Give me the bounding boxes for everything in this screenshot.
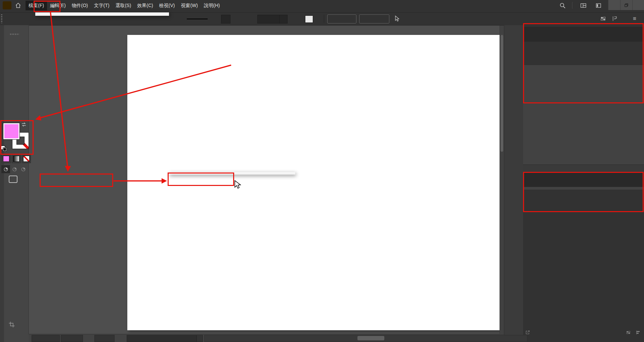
search-icon[interactable] <box>559 2 566 9</box>
stroke-preset-dropdown[interactable] <box>221 15 230 23</box>
list-icon <box>636 330 641 335</box>
artboard-number-dropdown[interactable] <box>94 335 115 342</box>
swap-fill-stroke-icon[interactable] <box>21 121 27 128</box>
scroll-thumb[interactable] <box>501 35 503 152</box>
color-button[interactable] <box>2 154 11 163</box>
home-icon[interactable] <box>15 2 21 8</box>
illustrator-window: 檔案(F) 編輯(E) 物件(O) 文字(T) 選取(S) <box>0 0 644 342</box>
preferences-button[interactable] <box>359 14 389 23</box>
grid-icon <box>626 330 631 335</box>
artboard-navigation <box>115 335 119 341</box>
menu-item[interactable]: 檔案(F) <box>26 1 47 10</box>
artboard-nav-icon[interactable] <box>8 321 15 328</box>
style-swatch[interactable] <box>305 15 313 23</box>
menu-item[interactable]: 選取(S) <box>113 1 134 10</box>
select-similar-icon[interactable] <box>393 15 400 22</box>
menu-item[interactable]: 效果(C) <box>134 1 156 10</box>
menu-item[interactable]: 檢視(V) <box>156 1 178 10</box>
close-button[interactable] <box>632 0 644 10</box>
fill-stroke-control <box>0 120 29 154</box>
pixel-grid-icon[interactable] <box>600 15 606 22</box>
bar-menu-icon[interactable]: ≡ <box>633 15 636 22</box>
draw-inside-mode[interactable] <box>19 165 28 173</box>
menu-item[interactable]: 編輯(E) <box>47 1 69 10</box>
rotation-dropdown[interactable] <box>61 335 83 342</box>
panel-area <box>523 25 644 342</box>
status-display[interactable] <box>127 335 197 342</box>
menu-item[interactable]: 視窗(W) <box>178 1 201 10</box>
divider <box>572 2 572 9</box>
restore-button[interactable] <box>620 0 632 10</box>
draw-normal-mode[interactable] <box>1 165 10 173</box>
dock-edge <box>0 25 4 342</box>
drag-handle[interactable] <box>1 14 2 23</box>
vertical-scrollbar[interactable] <box>500 26 504 334</box>
artboard-navigation <box>83 335 87 341</box>
panel-bottom-icons[interactable] <box>525 330 530 335</box>
status-menu-arrow[interactable] <box>197 335 203 342</box>
annotation-box-export <box>40 174 113 187</box>
panel-dock <box>504 25 524 342</box>
illustrator-logo[interactable] <box>3 1 11 9</box>
menu-bar: 檔案(F) 編輯(E) 物件(O) 文字(T) 選取(S) <box>0 0 644 13</box>
file-menu-dropdown <box>35 12 169 16</box>
status-bar <box>29 334 504 342</box>
menu-item[interactable]: 物件(O) <box>69 1 91 10</box>
menu-item[interactable]: 說明(H) <box>201 1 223 10</box>
scroll-thumb[interactable] <box>357 336 384 340</box>
opacity-stepper[interactable] <box>280 15 288 23</box>
workspace-layout-icon[interactable] <box>580 2 587 9</box>
horizontal-scrollbar[interactable] <box>204 335 527 342</box>
minimize-button[interactable] <box>608 0 620 10</box>
divider <box>324 15 324 23</box>
resize-icon <box>525 330 530 335</box>
drag-handle[interactable] <box>10 34 19 35</box>
document-setup-button[interactable] <box>327 14 356 23</box>
none-button[interactable] <box>22 154 31 163</box>
tools-panel <box>0 25 29 342</box>
zoom-level-dropdown[interactable] <box>32 335 60 342</box>
screen-mode-button[interactable] <box>9 176 17 183</box>
stroke-preview <box>187 18 208 19</box>
default-fill-stroke-icon[interactable] <box>1 146 7 152</box>
panel-bottom-icons[interactable] <box>626 330 641 335</box>
gradient-button[interactable] <box>12 154 21 163</box>
snap-options-icon[interactable] <box>611 15 618 22</box>
artboard[interactable] <box>127 35 503 330</box>
export-submenu <box>169 172 295 175</box>
draw-behind-mode[interactable] <box>10 165 19 173</box>
fill-color-swatch[interactable] <box>3 123 20 140</box>
opacity-input[interactable] <box>257 15 282 23</box>
document-arrange-icon[interactable] <box>595 2 602 9</box>
menu-item[interactable]: 文字(T) <box>91 1 113 10</box>
